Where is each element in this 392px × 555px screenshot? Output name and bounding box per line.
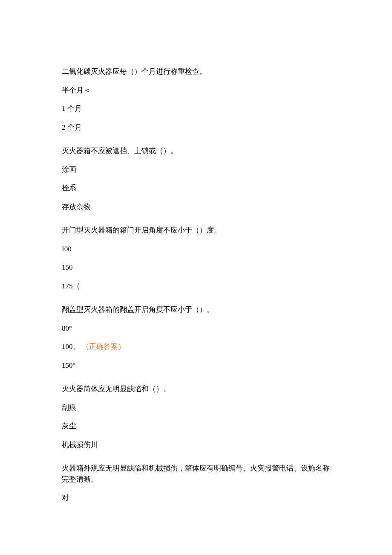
- question-block: 翻盖型灭火器箱的翻盖开启角度不应小于（）。 80° 100。 （正确答案） 15…: [62, 304, 330, 371]
- document-page: 二氧化碳灭火器应每（）个月进行称重检查。 半个月＜ 1 个月 2 个月 灭火器箱…: [0, 0, 392, 555]
- question-block: 火器箱外观应无明显缺陷和机械损伤，箱体应有明确编号、火灾报警电话、设施名称完整清…: [62, 463, 330, 503]
- question-stem: 火器箱外观应无明显缺陷和机械损伤，箱体应有明确编号、火灾报警电话、设施名称完整清…: [62, 463, 330, 485]
- answer-option: 机械损伤川: [62, 439, 330, 450]
- question-block: 灭火器筒体应无明显缺陷和（）。 刮痕 灰尘 机械损伤川: [62, 384, 330, 450]
- answer-option: 100。 （正确答案）: [62, 341, 330, 352]
- answer-option: 半个月＜: [62, 85, 330, 96]
- answer-option: 1 个月: [62, 103, 330, 114]
- correct-answer-label: （正确答案）: [82, 343, 125, 351]
- answer-option: 150°: [62, 360, 330, 371]
- question-stem: 翻盖型灭火器箱的翻盖开启角度不应小于（）。: [62, 304, 330, 315]
- question-stem: 灭火器箱不应被遮挡、上锁或（）。: [62, 145, 330, 157]
- question-stem: 灭火器筒体应无明显缺陷和（）。: [62, 384, 330, 395]
- question-block: 灭火器箱不应被遮挡、上锁或（）。 涂画 拴系 存放杂物: [62, 145, 330, 212]
- answer-option: 拴系: [62, 183, 330, 194]
- answer-option: 刮痕: [62, 402, 330, 413]
- question-block: 二氧化碳灭火器应每（）个月进行称重检查。 半个月＜ 1 个月 2 个月: [62, 66, 330, 133]
- answer-option: 175（: [62, 281, 330, 292]
- question-stem: 开门型灭火器箱的箱门开启角度不应小于（）度。: [62, 225, 330, 236]
- answer-option: 涂画: [62, 164, 330, 175]
- question-block: 开门型灭火器箱的箱门开启角度不应小于（）度。 I00 150 175（: [62, 225, 330, 291]
- answer-option: 150: [62, 262, 330, 273]
- question-stem: 二氧化碳灭火器应每（）个月进行称重检查。: [62, 66, 330, 77]
- option-text: 100。: [62, 343, 80, 351]
- answer-option: 灰尘: [62, 421, 330, 432]
- answer-option: I00: [62, 244, 330, 255]
- answer-option: 2 个月: [62, 122, 330, 133]
- answer-option: 存放杂物: [62, 201, 330, 212]
- answer-option: 对: [62, 492, 330, 503]
- answer-option: 80°: [62, 323, 330, 334]
